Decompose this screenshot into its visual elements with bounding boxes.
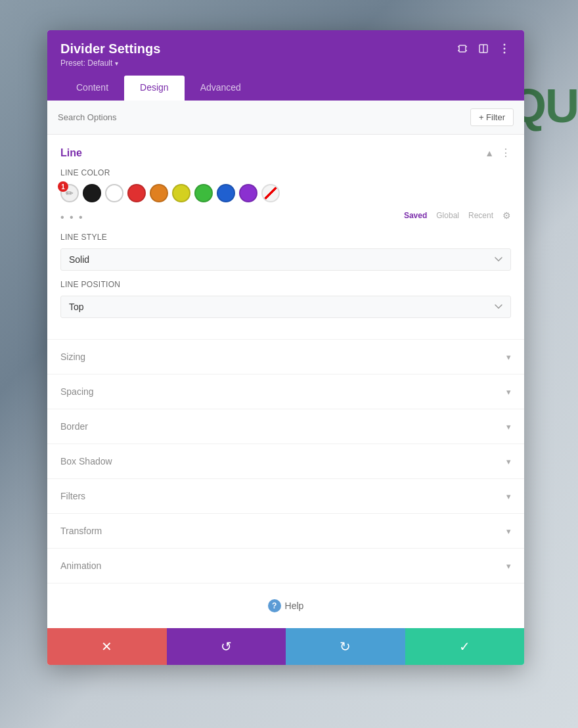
- sizing-section[interactable]: Sizing ▾: [47, 340, 524, 375]
- transform-section[interactable]: Transform ▾: [47, 514, 524, 549]
- filters-chevron-icon: ▾: [506, 491, 511, 501]
- transform-label: Transform: [60, 526, 102, 536]
- layout-icon[interactable]: [477, 42, 490, 55]
- help-section: ? Help: [47, 583, 524, 628]
- line-color-label: Line Color: [60, 168, 511, 177]
- modal-panel: Divider Settings Preset: Default ▾: [47, 30, 524, 665]
- search-input[interactable]: [58, 112, 470, 122]
- color-swatch-red[interactable]: [127, 184, 146, 202]
- line-position-field: Line Position Top Center Bottom: [60, 280, 511, 318]
- sizing-chevron-icon: ▾: [506, 352, 511, 362]
- box-shadow-label: Box Shadow: [60, 456, 112, 466]
- border-label: Border: [60, 421, 88, 432]
- save-button[interactable]: ✓: [405, 628, 525, 665]
- color-swatch-orange[interactable]: [150, 184, 168, 202]
- line-position-label: Line Position: [60, 280, 511, 289]
- color-badge: 1 ✏: [60, 184, 79, 202]
- color-swatches-row: 1 ✏: [60, 184, 511, 202]
- modal-title: Divider Settings: [60, 41, 160, 57]
- color-badge-number: 1: [58, 181, 68, 192]
- svg-rect-0: [459, 45, 466, 52]
- color-tab-recent[interactable]: Recent: [468, 211, 493, 220]
- filters-section[interactable]: Filters ▾: [47, 479, 524, 514]
- search-bar: + Filter: [47, 101, 524, 135]
- tab-bar: Content Design Advanced: [47, 76, 524, 101]
- color-tab-global[interactable]: Global: [436, 211, 459, 220]
- animation-label: Animation: [60, 560, 101, 571]
- spacing-label: Spacing: [60, 386, 94, 397]
- animation-section[interactable]: Animation ▾: [47, 549, 524, 583]
- line-position-select[interactable]: Top Center Bottom: [60, 296, 511, 318]
- line-section-title: Line: [60, 147, 82, 159]
- undo-button[interactable]: ↺: [167, 628, 286, 665]
- save-icon: ✓: [459, 639, 470, 654]
- undo-icon: ↺: [221, 639, 232, 654]
- animation-chevron-icon: ▾: [506, 561, 511, 571]
- line-section-icons: ▲ ⋮: [485, 147, 511, 159]
- color-settings-icon[interactable]: ⚙: [502, 210, 511, 221]
- modal-content: Line ▲ ⋮ Line Color 1 ✏: [47, 135, 524, 628]
- spacing-section[interactable]: Spacing ▾: [47, 375, 524, 409]
- modal-header: Divider Settings Preset: Default ▾: [47, 30, 524, 76]
- tab-design[interactable]: Design: [124, 76, 185, 101]
- modal-header-icons: [456, 42, 511, 55]
- filter-button[interactable]: + Filter: [470, 108, 514, 126]
- tab-content[interactable]: Content: [60, 76, 124, 101]
- line-section: Line ▲ ⋮ Line Color 1 ✏: [47, 135, 524, 340]
- more-dots[interactable]: • • •: [60, 212, 84, 223]
- filter-label: + Filter: [479, 112, 505, 122]
- more-icon[interactable]: [498, 42, 511, 55]
- color-swatch-yellow[interactable]: [172, 184, 190, 202]
- cancel-button[interactable]: ✕: [47, 628, 167, 665]
- help-icon: ?: [268, 599, 281, 612]
- color-swatch-white[interactable]: [105, 184, 123, 202]
- line-style-select[interactable]: Solid Dashed Dotted Double: [60, 248, 511, 271]
- spacing-chevron-icon: ▾: [506, 387, 511, 397]
- svg-point-9: [504, 52, 506, 54]
- line-style-field: Line Style Solid Dashed Dotted Double: [60, 233, 511, 271]
- color-tab-saved[interactable]: Saved: [404, 211, 427, 220]
- box-shadow-chevron-icon: ▾: [506, 457, 511, 466]
- redo-button[interactable]: ↻: [286, 628, 405, 665]
- filters-label: Filters: [60, 491, 85, 501]
- line-section-header: Line ▲ ⋮: [60, 147, 511, 159]
- line-section-more-icon[interactable]: ⋮: [500, 147, 511, 159]
- tab-advanced[interactable]: Advanced: [185, 76, 257, 101]
- color-swatch-green[interactable]: [194, 184, 213, 202]
- color-swatch-black[interactable]: [83, 184, 101, 202]
- modal-preset[interactable]: Preset: Default ▾: [60, 58, 160, 68]
- redo-icon: ↻: [340, 639, 351, 654]
- transform-chevron-icon: ▾: [506, 526, 511, 536]
- preset-dropdown-arrow: ▾: [115, 60, 118, 67]
- svg-point-7: [504, 44, 506, 46]
- line-color-field: Line Color 1 ✏: [60, 168, 511, 223]
- crop-icon[interactable]: [456, 42, 469, 55]
- box-shadow-section[interactable]: Box Shadow ▾: [47, 444, 524, 479]
- preset-label: Preset: Default: [60, 58, 112, 68]
- border-chevron-icon: ▾: [506, 422, 511, 432]
- svg-point-8: [504, 48, 506, 50]
- bottom-bar: ✕ ↺ ↻ ✓: [47, 628, 524, 665]
- cancel-icon: ✕: [101, 639, 112, 654]
- line-section-collapse-icon[interactable]: ▲: [485, 148, 494, 158]
- border-section[interactable]: Border ▾: [47, 409, 524, 444]
- modal-header-left: Divider Settings Preset: Default ▾: [60, 41, 160, 68]
- color-swatch-purple[interactable]: [239, 184, 257, 202]
- color-swatch-blue[interactable]: [217, 184, 235, 202]
- help-button[interactable]: ? Help: [268, 599, 304, 612]
- help-label: Help: [285, 601, 304, 611]
- line-style-label: Line Style: [60, 233, 511, 242]
- sizing-label: Sizing: [60, 352, 85, 362]
- color-swatch-none[interactable]: [261, 184, 280, 202]
